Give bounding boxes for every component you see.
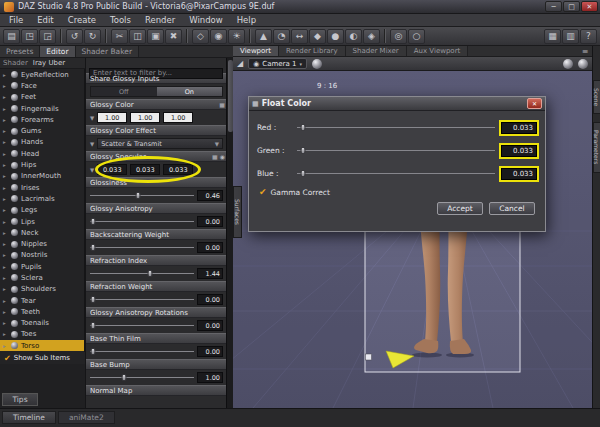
- properties-scrollbar[interactable]: [226, 58, 233, 408]
- toggle-option-on[interactable]: On: [157, 87, 223, 96]
- slider-thumb[interactable]: [300, 124, 305, 131]
- open-file-icon[interactable]: ◳: [21, 29, 38, 44]
- slider-thumb[interactable]: [300, 170, 305, 177]
- surface-item-head[interactable]: ▸Head: [0, 148, 84, 159]
- property-header[interactable]: Refraction Weight: [86, 281, 233, 292]
- surface-item-feet[interactable]: ▸Feet: [0, 92, 84, 103]
- menu-edit[interactable]: Edit: [30, 14, 60, 26]
- surface-item-eyereflection[interactable]: ▸EyeReflection: [0, 69, 84, 80]
- surface-item-pupils[interactable]: ▸Pupils: [0, 261, 84, 272]
- slider-glossiness[interactable]: [90, 190, 194, 201]
- menu-help[interactable]: Help: [230, 14, 263, 26]
- scale-tool-icon[interactable]: ◆: [309, 29, 326, 44]
- tab-presets[interactable]: Presets: [0, 46, 40, 57]
- property-header[interactable]: Refraction Index: [86, 255, 233, 266]
- layout-icon[interactable]: ▦: [544, 29, 561, 44]
- translate-tool-icon[interactable]: ↔: [291, 29, 308, 44]
- expand-arrow-icon[interactable]: ▸: [3, 185, 8, 191]
- redo-icon[interactable]: ↻: [84, 29, 101, 44]
- region-navigator-icon[interactable]: ◈: [363, 29, 380, 44]
- surface-item-face[interactable]: ▸Face: [0, 80, 84, 91]
- tab-shader-baker[interactable]: Shader Baker: [76, 46, 139, 57]
- color-value-box[interactable]: 0.033: [97, 164, 127, 175]
- surface-item-lacrimals[interactable]: ▸Lacrimals: [0, 193, 84, 204]
- surface-item-toenails[interactable]: ▸Toenails: [0, 318, 84, 329]
- expand-arrow-icon[interactable]: ▸: [3, 331, 8, 337]
- property-header[interactable]: Base Thin Film: [86, 333, 233, 344]
- surface-item-neck[interactable]: ▸Neck: [0, 227, 84, 238]
- expand-arrow-icon[interactable]: ▸: [3, 106, 8, 112]
- slider-glossy-anisotropy[interactable]: [90, 216, 194, 227]
- tab-animate2[interactable]: aniMate2: [58, 411, 115, 424]
- slider-value[interactable]: 0.00: [197, 216, 223, 227]
- side-tab-parameters[interactable]: Parameters: [593, 122, 600, 172]
- dialog-close-button[interactable]: ✕: [527, 98, 542, 109]
- property-header[interactable]: Glossy Anisotropy: [86, 203, 233, 214]
- slider-thumb[interactable]: [91, 348, 96, 355]
- slider-thumb[interactable]: [91, 244, 96, 251]
- slider-thumb[interactable]: [300, 147, 305, 154]
- surface-item-innermouth[interactable]: ▸InnerMouth: [0, 171, 84, 182]
- create-null-icon[interactable]: ◇: [192, 29, 209, 44]
- tips-tab[interactable]: Tips: [2, 393, 38, 406]
- dropdown-glossy-color-effect[interactable]: Scatter & Transmit▼: [97, 138, 223, 149]
- show-sub-items-checkbox[interactable]: ✔ Show Sub Items: [0, 352, 85, 364]
- slider-thumb[interactable]: [135, 192, 140, 199]
- render-icon[interactable]: ◎: [390, 29, 407, 44]
- slider-value[interactable]: 0.00: [197, 346, 223, 357]
- property-header[interactable]: Share Glossy Inputs: [86, 73, 233, 84]
- menu-render[interactable]: Render: [138, 14, 182, 26]
- delete-icon[interactable]: ✖: [165, 29, 182, 44]
- surface-selection-tool-icon[interactable]: ◐: [345, 29, 362, 44]
- cut-icon[interactable]: ✂: [111, 29, 128, 44]
- expand-arrow-icon[interactable]: ▸: [3, 241, 8, 247]
- surfaces-side-tab[interactable]: Surfaces: [233, 186, 242, 238]
- pan-icon[interactable]: ◢: [237, 59, 243, 68]
- expand-arrow-icon[interactable]: ▸: [3, 128, 8, 134]
- color-value-box[interactable]: 0.033: [130, 164, 160, 175]
- color-value-box[interactable]: 1.00: [97, 112, 127, 123]
- tab-aux-viewport[interactable]: Aux Viewport: [407, 46, 469, 56]
- property-header[interactable]: Glossy Color Effect: [86, 125, 233, 136]
- surface-item-nipples[interactable]: ▸Nipples: [0, 238, 84, 249]
- surface-item-irises[interactable]: ▸Irises: [0, 182, 84, 193]
- slider-thumb[interactable]: [91, 296, 96, 303]
- expand-arrow-icon[interactable]: ▸: [3, 219, 8, 225]
- slider-thumb[interactable]: [91, 322, 96, 329]
- expand-arrow-icon[interactable]: ▸: [3, 72, 8, 78]
- slider-value[interactable]: 1.44: [197, 268, 223, 279]
- tab-shader-mixer[interactable]: Shader Mixer: [346, 46, 407, 56]
- expand-arrow-icon[interactable]: ▸: [3, 275, 8, 281]
- slider-refraction-weight[interactable]: [90, 294, 194, 305]
- property-header[interactable]: Glossy Anisotropy Rotations: [86, 307, 233, 318]
- surface-item-hands[interactable]: ▸Hands: [0, 137, 84, 148]
- surface-item-hips[interactable]: ▸Hips: [0, 159, 84, 170]
- surface-item-nostrils[interactable]: ▸Nostrils: [0, 250, 84, 261]
- property-header[interactable]: Glossiness: [86, 177, 233, 188]
- slider-thumb[interactable]: [91, 218, 96, 225]
- color-value-box[interactable]: 1.00: [163, 112, 193, 123]
- undo-icon[interactable]: ↺: [66, 29, 83, 44]
- shader-value[interactable]: Iray Uber: [33, 59, 65, 67]
- chevron-down-icon[interactable]: ▼: [90, 167, 94, 173]
- color-wheel-icon[interactable]: ◉: [220, 153, 225, 160]
- color-value-box[interactable]: 0.033: [163, 164, 193, 175]
- surface-item-torso[interactable]: ▸Torso: [0, 340, 84, 351]
- expand-arrow-icon[interactable]: ▸: [3, 264, 8, 270]
- close-button[interactable]: ✕: [581, 1, 598, 12]
- expand-arrow-icon[interactable]: ▸: [3, 320, 8, 326]
- expand-arrow-icon[interactable]: ▸: [3, 94, 8, 100]
- save-file-icon[interactable]: ◲: [39, 29, 56, 44]
- accept-button[interactable]: Accept: [437, 202, 483, 215]
- slider-value[interactable]: 1.00: [197, 372, 223, 383]
- cancel-button[interactable]: Cancel: [489, 202, 535, 215]
- surface-item-shoulders[interactable]: ▸Shoulders: [0, 284, 84, 295]
- new-file-icon[interactable]: ▤: [3, 29, 20, 44]
- surface-item-sclera[interactable]: ▸Sclera: [0, 272, 84, 283]
- slider-thumb[interactable]: [148, 270, 153, 277]
- expand-arrow-icon[interactable]: ▸: [3, 162, 8, 168]
- tab-viewport[interactable]: Viewport: [233, 46, 279, 56]
- surface-item-teeth[interactable]: ▸Teeth: [0, 306, 84, 317]
- surface-item-fingernails[interactable]: ▸Fingernails: [0, 103, 84, 114]
- chevron-down-icon[interactable]: ▼: [90, 141, 94, 147]
